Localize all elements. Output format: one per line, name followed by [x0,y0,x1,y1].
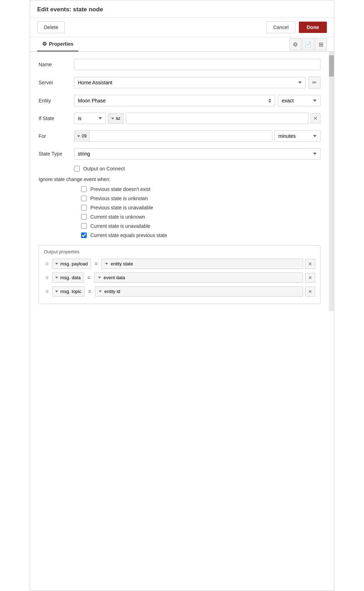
done-button[interactable]: Done [299,22,327,33]
equals-1: = [86,275,92,281]
for-input-wrap: 09 0 [74,130,272,142]
output-value-btn-1[interactable]: event data [94,272,303,283]
msg-btn-0[interactable]: msg. payload [52,259,91,269]
ignore-checkbox-item: Previous state is unknown [81,196,320,201]
main-content: Name Server Home Assistant ✏ Entity [30,52,329,311]
output-value-label-1: event data [104,275,125,280]
msg-prefix-1: msg. [60,275,70,280]
if-state-condition-select[interactable]: is [74,113,106,124]
ignore-checkbox-5[interactable] [81,232,87,238]
server-control: Home Assistant ✏ [74,77,320,89]
msg-field-2: topic [72,289,81,294]
ignore-label-0: Previous state doesn't exist [90,186,150,192]
entity-select[interactable]: Moon Phase [74,95,275,106]
output-prop-row: ≡ msg. data = event data ✕ [44,272,315,283]
if-state-row: If State is az full_moon ✕ [39,113,320,124]
msg-chevron-2 [55,291,58,292]
output-props-title: Output properties [44,249,315,254]
for-unit-select[interactable]: minutes [274,130,320,142]
output-on-connect-checkbox[interactable] [74,166,80,171]
scrollbar-track[interactable] [329,52,334,311]
ignore-checkbox-2[interactable] [81,205,87,210]
msg-field-1: data [72,275,81,280]
ignore-checkbox-item: Previous state is unavailable [81,205,320,210]
chevron-icon [111,118,114,119]
ignore-checkbox-0[interactable] [81,186,87,192]
msg-btn-1[interactable]: msg. data [52,272,84,283]
output-prop-row: ≡ msg. payload = entity state ✕ [44,259,315,269]
drag-handle-2[interactable]: ≡ [44,288,50,295]
remove-output-btn-1[interactable]: ✕ [305,273,315,283]
value-chevron-0 [105,263,108,265]
entity-match-select[interactable]: exact [278,95,320,106]
ignore-section-label: Ignore state change event when: [39,176,320,182]
msg-chevron-1 [55,277,58,278]
state-type-label: State Type [39,151,74,157]
equals-0: = [93,261,99,267]
server-label: Server [39,80,74,85]
for-label: For [39,133,74,139]
output-value-btn-2[interactable]: entity id [95,286,303,297]
output-prop-row: ≡ msg. topic = entity id ✕ [44,286,315,297]
editor-title: Edit events: state node [30,0,334,18]
ignore-checkbox-list: Previous state doesn't existPrevious sta… [81,186,320,238]
delete-button[interactable]: Delete [37,21,65,33]
output-value-btn-0[interactable]: entity state [101,259,303,269]
scrollbar-thumb[interactable] [329,55,334,77]
msg-chevron-0 [55,263,58,265]
value-chevron-2 [99,291,102,292]
output-properties-section: Output properties ≡ msg. payload = entit… [39,245,320,304]
entity-label: Entity [39,98,74,103]
drag-handle-1[interactable]: ≡ [44,275,50,281]
msg-prefix-0: msg. [60,261,70,266]
ignore-checkbox-item: Current state is unknown [81,214,320,220]
remove-output-btn-2[interactable]: ✕ [305,287,315,297]
ignore-label-1: Previous state is unknown [90,196,148,201]
state-type-select[interactable]: string [74,148,320,159]
msg-prefix-2: msg. [60,289,70,294]
for-number-input[interactable]: 0 [90,131,272,141]
server-row: Server Home Assistant ✏ [39,77,320,89]
for-chevron-icon [77,135,80,137]
grid-tab-button[interactable]: ⊞ [315,38,327,50]
server-select[interactable]: Home Assistant [74,77,306,88]
name-input[interactable] [74,59,320,70]
equals-2: = [87,288,93,294]
ignore-label-5: Current state equals previous state [90,232,167,238]
output-value-label-2: entity id [104,289,120,294]
name-label: Name [39,62,74,67]
for-control: 09 0 minutes [74,130,320,142]
tabs-row: ⚙ Properties ⚙ 📄 ⊞ [30,37,334,52]
if-state-value-input[interactable]: full_moon [126,113,308,124]
if-state-type-button[interactable]: az [108,113,124,124]
ignore-checkbox-1[interactable] [81,196,87,201]
properties-tab-icon: ⚙ [42,41,47,47]
for-type-button[interactable]: 09 [74,131,90,141]
ignore-checkbox-3[interactable] [81,214,87,220]
entity-control: Moon Phase exact [74,95,320,106]
server-edit-button[interactable]: ✏ [308,77,320,89]
doc-tab-button[interactable]: 📄 [302,38,314,50]
remove-output-btn-0[interactable]: ✕ [305,259,315,269]
msg-btn-2[interactable]: msg. topic [52,286,85,297]
msg-field-0: payload [72,261,88,266]
output-props-list: ≡ msg. payload = entity state ✕ ≡ msg. d… [44,259,315,297]
cancel-button[interactable]: Cancel [266,21,295,33]
drag-handle-0[interactable]: ≡ [44,261,50,267]
output-value-label-0: entity state [111,261,133,266]
state-type-row: State Type string [39,148,320,159]
ignore-checkbox-item: Current state is unavailable [81,223,320,229]
for-row: For 09 0 minutes [39,130,320,142]
tab-actions: ⚙ 📄 ⊞ [289,38,327,50]
gear-tab-button[interactable]: ⚙ [289,38,301,50]
if-state-control: is az full_moon ✕ [74,113,320,124]
ignore-checkbox-item: Previous state doesn't exist [81,186,320,192]
ignore-checkbox-4[interactable] [81,223,87,229]
editor-toolbar: Delete Cancel Done [30,18,334,37]
name-control [74,59,320,70]
tab-properties[interactable]: ⚙ Properties [37,37,78,51]
type-toggle-label: az [116,116,120,121]
state-type-control: string [74,148,320,159]
if-state-remove-button[interactable]: ✕ [311,113,320,123]
ignore-checkbox-item: Current state equals previous state [81,232,320,238]
